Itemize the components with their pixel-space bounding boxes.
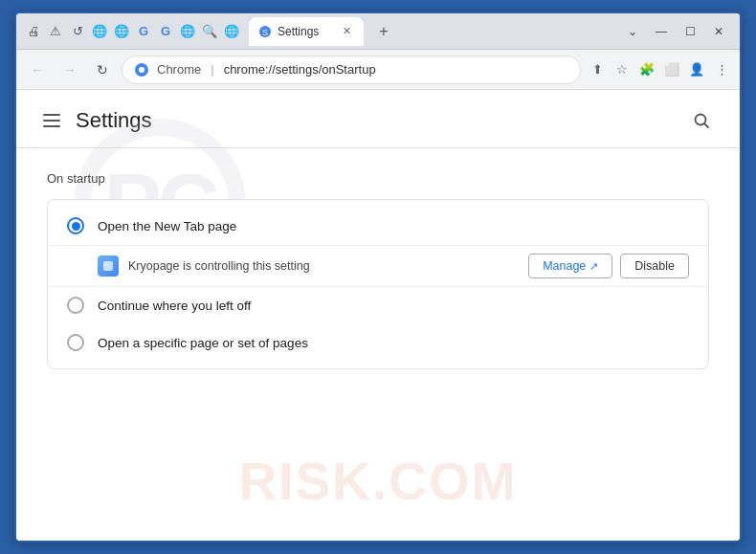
dropdown-button[interactable]: ⌄ — [619, 22, 646, 41]
search-icon — [693, 112, 710, 129]
extension-action-buttons: Manage ↗ Disable — [528, 254, 689, 278]
external-link-icon: ↗ — [589, 260, 598, 273]
window-controls: ⌄ — ☐ ✕ — [619, 22, 732, 41]
option-specific-page-row[interactable]: Open a specific page or set of pages — [48, 324, 708, 361]
disable-button[interactable]: Disable — [620, 254, 689, 278]
print-icon: 🖨 — [24, 22, 43, 41]
profile-button[interactable]: 👤 — [686, 59, 707, 80]
options-card: Open the New Tab page Kryopage is contro… — [47, 199, 709, 369]
globe2-icon: 🌐 — [112, 22, 131, 41]
tab-favicon: S — [258, 25, 272, 38]
option-new-tab-label: Open the New Tab page — [98, 219, 689, 233]
tab-strip: S S Settings ✕ — [249, 17, 364, 46]
title-bar: 🖨 ⚠ ↺ 🌐 🌐 G G 🌐 🔍 🌐 S S Settings — [16, 13, 740, 50]
back-button[interactable]: ← — [24, 56, 51, 83]
tab-close-button[interactable]: ✕ — [339, 24, 354, 39]
option-continue-row[interactable]: Continue where you left off — [48, 287, 708, 324]
extension-control-row: Kryopage is controlling this setting Man… — [48, 245, 708, 287]
url-separator: | — [211, 62, 213, 77]
extension-control-label: Kryopage is controlling this setting — [128, 259, 519, 273]
google2-icon: G — [156, 22, 175, 41]
radio-continue[interactable] — [67, 297, 84, 314]
toolbar-icons-group: 🖨 ⚠ ↺ 🌐 🌐 G G 🌐 🔍 🌐 — [24, 22, 241, 41]
settings-search-button[interactable] — [686, 105, 717, 136]
title-bar-left: 🖨 ⚠ ↺ 🌐 🌐 G G 🌐 🔍 🌐 S S Settings — [24, 17, 615, 46]
settings-header-left: Settings — [39, 108, 152, 133]
new-tab-button[interactable]: + — [371, 19, 396, 44]
menu-button[interactable]: ⋮ — [711, 59, 732, 80]
warning-icon: ⚠ — [46, 22, 65, 41]
search-small-icon: 🔍 — [200, 22, 219, 41]
tab-title-text: Settings — [278, 25, 333, 38]
toolbar: ← → ↻ Chrome | chrome://settings/onStart… — [16, 50, 740, 90]
share-button[interactable]: ⬆ — [587, 59, 608, 80]
svg-point-3 — [139, 67, 145, 73]
hamburger-line1 — [43, 114, 60, 116]
page-content: PC RISK.COM Settings O — [16, 90, 740, 541]
active-tab[interactable]: S S Settings ✕ — [249, 17, 364, 46]
browser-window: 🖨 ⚠ ↺ 🌐 🌐 G G 🌐 🔍 🌐 S S Settings — [14, 11, 742, 543]
kryopage-extension-icon — [98, 255, 119, 277]
forward-button[interactable]: → — [56, 56, 83, 83]
settings-body: On startup Open the New Tab page Kryopag… — [16, 148, 740, 392]
manage-button[interactable]: Manage ↗ — [528, 254, 612, 278]
radio-new-tab[interactable] — [67, 217, 84, 234]
settings-header: Settings — [16, 90, 740, 148]
svg-text:S: S — [262, 28, 268, 37]
settings-page-title: Settings — [76, 108, 152, 133]
chrome-logo-icon — [134, 62, 149, 78]
close-button[interactable]: ✕ — [705, 22, 732, 41]
watermark-risk-text: RISK.COM — [239, 451, 518, 512]
refresh-button[interactable]: ↻ — [89, 56, 116, 83]
address-bar[interactable]: Chrome | chrome://settings/onStartup — [122, 55, 581, 84]
radio-new-tab-inner — [72, 222, 80, 231]
globe4-icon: 🌐 — [222, 22, 241, 41]
extensions-button[interactable]: 🧩 — [636, 59, 657, 80]
radio-specific-page[interactable] — [67, 334, 84, 351]
address-actions: ⬆ ☆ 🧩 ⬜ 👤 ⋮ — [587, 59, 732, 80]
hamburger-line2 — [43, 120, 60, 122]
split-view-button[interactable]: ⬜ — [661, 59, 682, 80]
option-continue-label: Continue where you left off — [98, 299, 689, 313]
svg-line-5 — [704, 123, 708, 127]
minimize-button[interactable]: — — [648, 22, 675, 41]
globe1-icon: 🌐 — [90, 22, 109, 41]
url-text: chrome://settings/onStartup — [224, 62, 376, 77]
refresh-small-icon: ↺ — [68, 22, 87, 41]
bookmark-button[interactable]: ☆ — [611, 59, 633, 80]
maximize-button[interactable]: ☐ — [677, 22, 703, 41]
hamburger-line3 — [43, 125, 60, 127]
hamburger-menu-button[interactable] — [39, 110, 64, 131]
section-label: On startup — [47, 171, 709, 186]
google1-icon: G — [134, 22, 153, 41]
globe3-icon: 🌐 — [178, 22, 197, 41]
site-name: Chrome — [157, 62, 201, 77]
option-specific-page-label: Open a specific page or set of pages — [98, 336, 689, 350]
option-new-tab-row[interactable]: Open the New Tab page — [48, 208, 708, 245]
manage-label: Manage — [543, 259, 586, 273]
